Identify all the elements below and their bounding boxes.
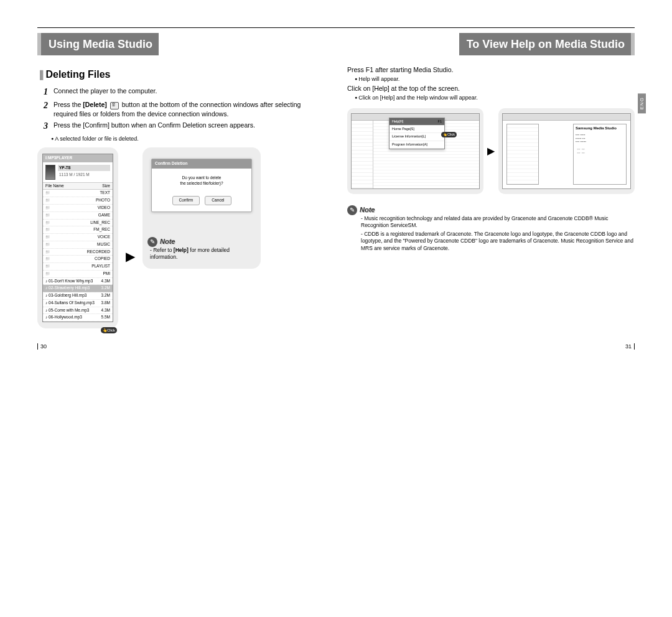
page-title-left: Using Media Studio [37,33,159,55]
folder-row: VIDEO [43,205,113,212]
help-window-title: Samsung Media Studio [574,124,626,132]
right-intro-2-bullet: Click on [Help] and the Help window will… [355,94,635,101]
file-row: ♪ 03-Goldberg Hill.mp33.2M [43,292,113,300]
note-icon: ✎ Note [347,205,375,215]
note-text-1: Music recognition technology and related… [361,215,635,230]
right-intro-2: Click on [Help] at the top of the screen… [347,84,635,93]
click-indicator-icon: 👆Click [101,327,117,333]
trash-icon [110,102,119,109]
right-intro-1: Press F1 after starting Media Studio. [347,65,635,74]
file-row: ♪ 05-Come with Me.mp34.3M [43,307,113,315]
folder-row: PMI [43,271,113,278]
note-text-left: Refer to [Help] for more detailed inform… [150,247,256,261]
figure-help-menu: Help[H] F1 Home Page[S] 👆Click License I… [347,108,483,194]
dialog-title: Confirm Deletion [152,159,251,169]
folder-row: TEXT [43,190,113,197]
right-column: Press F1 after starting Media Studio. He… [347,64,635,328]
cancel-button[interactable]: Cancel [205,196,231,205]
file-row: ♪ 06-Hollywood.mp35.5M [43,314,113,322]
note-icon: ✎ Note [147,237,175,247]
folder-row: VOICE [43,234,113,241]
arrow-right-icon: ▶ [487,144,495,158]
page-title-right: To View Help on Media Studio [459,33,635,55]
folder-row: LINE_REC [43,220,113,227]
folder-row: PLAYLIST [43,263,113,271]
folder-row: GAME [43,212,113,220]
help-menu-popup: Help[H] F1 Home Page[S] 👆Click License I… [389,118,445,150]
figure-device-panel: I:MP3PLAYER YP-T8 1113 M / 1921 M File N… [37,147,118,328]
figure-help-window: Samsung Media Studio ▪▪▪▪ ▪▪▪▪▪▪▪▪▪▪▪ ▪▪… [498,108,635,194]
arrow-right-icon: ▶ [126,248,135,265]
step-3: 3 Press the [Confirm] button when an Con… [44,121,325,132]
file-row: ♪ 02-Strawberry Hill.mp33.2M [43,285,113,292]
page-number-right: 31 [625,343,635,350]
file-row: ♪ 01-Don't Know Why.mp34.3M [43,278,113,285]
note-text-2: CDDB is a registered trademark of Gracen… [361,231,635,252]
file-row: ♪ 04-Sultans Of Swing.mp33.8M [43,300,113,307]
click-bubble-icon: 👆Click [441,132,457,137]
step-1: 1 Connect the player to the computer. [44,86,325,98]
device-panel-title: I:MP3PLAYER [43,154,113,162]
folder-row: PHOTO [43,197,113,205]
folder-row: MUSIC [43,241,113,249]
device-thumbnail [45,165,55,180]
confirm-button[interactable]: Confirm [172,196,200,205]
top-rule [37,27,635,28]
step-2: 2 Press the [Delete] button at the botto… [44,100,325,118]
right-intro-1-bullet: Help will appear. [355,75,635,83]
figure-dialog-panel: Confirm Deletion Do you want to delete t… [142,147,261,269]
step-3-bullet: A selected folder or file is deleted. [51,135,325,142]
left-column: Deleting Files 1 Connect the player to t… [37,64,325,328]
page-number-left: 30 [37,343,47,350]
folder-row: COPIED [43,256,113,263]
folder-row: FM_REC [43,226,113,234]
folder-row: RECORDED [43,249,113,256]
section-title: Deleting Files [37,68,325,81]
